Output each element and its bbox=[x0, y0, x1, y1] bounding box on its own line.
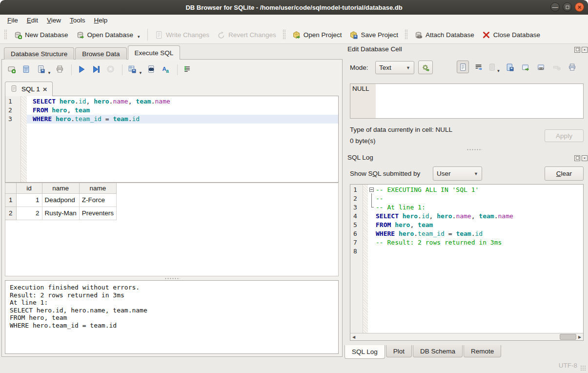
format-sql-button[interactable]: Aa bbox=[160, 64, 173, 76]
dock-tab-remote[interactable]: Remote bbox=[464, 345, 501, 357]
tab-database-structure[interactable]: Database Structure bbox=[4, 47, 74, 60]
sql-editor[interactable]: 123SELECT hero.id, hero.name, team.nameF… bbox=[5, 96, 339, 183]
corner-header[interactable] bbox=[5, 183, 16, 193]
execute-all-button[interactable] bbox=[76, 64, 89, 76]
close-button[interactable]: × bbox=[575, 2, 584, 12]
fold-margin bbox=[369, 212, 376, 221]
print-sql-button[interactable] bbox=[54, 64, 67, 76]
apply-button[interactable]: Apply bbox=[545, 129, 584, 142]
mode-select[interactable]: Text ▼ bbox=[375, 61, 414, 74]
dock-splitter-handle[interactable] bbox=[466, 148, 482, 151]
clear-log-button[interactable]: Clear bbox=[545, 166, 584, 181]
menu-edit[interactable]: Edit bbox=[22, 16, 42, 25]
dock-tab-plot[interactable]: Plot bbox=[386, 345, 412, 357]
close-dock-icon[interactable]: × bbox=[582, 47, 588, 53]
dock-tab-db-schema[interactable]: DB Schema bbox=[413, 345, 463, 357]
log-filter-select[interactable]: User ▼ bbox=[433, 166, 482, 181]
menu-view[interactable]: View bbox=[42, 16, 65, 25]
close-tab-icon[interactable]: × bbox=[43, 85, 47, 93]
column-header[interactable]: name bbox=[79, 183, 116, 193]
code-line: -- EXECUTING ALL IN 'SQL 1' bbox=[368, 186, 583, 194]
results-grid: idnamename11DeadpondZ-Force22Rusty-ManPr… bbox=[5, 183, 339, 276]
open-project-button[interactable]: Open Project bbox=[288, 29, 346, 41]
toolbar-drag-handle[interactable] bbox=[283, 29, 286, 40]
open-database-button[interactable]: Open Database▼ bbox=[72, 29, 145, 41]
row-header[interactable]: 2 bbox=[5, 207, 16, 220]
line-number: 2 bbox=[350, 194, 363, 203]
float-dock-icon[interactable] bbox=[574, 47, 580, 53]
column-header[interactable]: id bbox=[16, 183, 42, 193]
toolbar-drag-handle[interactable] bbox=[405, 29, 408, 40]
scrollbar-thumb[interactable] bbox=[560, 334, 576, 340]
gear-import-icon bbox=[422, 63, 430, 72]
sql-document-icon bbox=[10, 85, 19, 93]
scroll-right-icon[interactable]: ▶ bbox=[576, 333, 583, 340]
auto-apply-button[interactable] bbox=[418, 61, 433, 74]
attach-database-button[interactable]: Attach Database bbox=[410, 29, 478, 41]
cell-value-editor[interactable]: NULL bbox=[350, 83, 584, 119]
table-cell[interactable]: Rusty-Man bbox=[42, 207, 79, 220]
horizontal-scrollbar[interactable]: ◀ ▶ bbox=[350, 333, 583, 340]
open-sql-file-button[interactable] bbox=[20, 64, 34, 76]
dropdown-arrow-icon[interactable]: ▼ bbox=[497, 69, 501, 73]
export-results-button[interactable]: ▼ bbox=[126, 64, 144, 76]
word-wrap-toggle-button[interactable] bbox=[182, 64, 195, 76]
column-header[interactable]: name bbox=[42, 183, 79, 193]
float-dock-icon[interactable] bbox=[574, 155, 580, 161]
menu-file[interactable]: File bbox=[3, 16, 22, 25]
fold-margin[interactable] bbox=[369, 203, 376, 212]
write-changes-button[interactable]: Write Changes bbox=[151, 29, 213, 41]
cell-value: NULL bbox=[350, 84, 376, 118]
menu-tools[interactable]: Tools bbox=[65, 16, 90, 25]
scroll-left-icon[interactable]: ◀ bbox=[350, 333, 357, 340]
table-cell[interactable]: 1 bbox=[16, 193, 42, 207]
dropdown-arrow-icon[interactable]: ▼ bbox=[47, 71, 51, 75]
export-data-button[interactable] bbox=[504, 61, 516, 73]
resize-grip-icon[interactable] bbox=[580, 365, 587, 372]
sql-log-view[interactable]: 12345678-- EXECUTING ALL IN 'SQL 1'---- … bbox=[350, 184, 584, 341]
menu-help[interactable]: Help bbox=[90, 16, 112, 25]
maximize-button[interactable] bbox=[563, 2, 572, 12]
dropdown-arrow-icon[interactable]: ▼ bbox=[139, 71, 142, 75]
table-cell[interactable]: Preventers bbox=[79, 207, 116, 220]
text-mode-button[interactable] bbox=[457, 61, 469, 73]
find-icon bbox=[147, 65, 157, 75]
table-cell[interactable]: 2 bbox=[16, 207, 42, 220]
new-sql-tab-button[interactable] bbox=[6, 64, 19, 76]
wrap-lines-icon bbox=[183, 65, 193, 75]
revert-changes-button[interactable]: Revert Changes bbox=[213, 29, 280, 41]
execute-line-button[interactable] bbox=[90, 64, 103, 76]
toolbar-separator bbox=[147, 29, 148, 41]
close-dock-icon[interactable]: × bbox=[582, 155, 588, 161]
db-new-icon bbox=[14, 31, 22, 39]
toolbar-drag-handle[interactable] bbox=[4, 29, 7, 40]
save-project-button[interactable]: Save Project bbox=[345, 29, 402, 41]
row-header[interactable]: 1 bbox=[5, 193, 16, 207]
minimize-button[interactable]: — bbox=[550, 2, 560, 12]
table-cell[interactable]: Deadpond bbox=[42, 193, 79, 207]
splitter-handle[interactable] bbox=[164, 277, 180, 280]
import-data-button[interactable]: ▼ bbox=[488, 61, 500, 73]
set-null-button[interactable] bbox=[550, 61, 563, 73]
copy-link-button[interactable] bbox=[535, 61, 547, 73]
save-sql-file-button[interactable]: ▼ bbox=[35, 64, 53, 76]
close-database-button[interactable]: Close Database bbox=[478, 29, 544, 41]
tab-execute-sql[interactable]: Execute SQL bbox=[128, 45, 181, 60]
results-table: idnamename11DeadpondZ-Force22Rusty-ManPr… bbox=[5, 183, 117, 220]
print-cell-button[interactable] bbox=[566, 61, 578, 73]
dropdown-arrow-icon[interactable]: ▼ bbox=[137, 35, 141, 39]
fold-margin[interactable] bbox=[369, 186, 376, 194]
code-line: FROM hero, team bbox=[368, 221, 583, 229]
tab-browse-data[interactable]: Browse Data bbox=[75, 47, 126, 60]
stop-execution-button[interactable] bbox=[105, 64, 118, 76]
execution-status-output[interactable]: Execution finished without errors. Resul… bbox=[5, 280, 339, 354]
dock-tab-sql-log[interactable]: SQL Log bbox=[345, 345, 385, 359]
table-cell[interactable]: Z-Force bbox=[79, 193, 116, 207]
find-replace-button[interactable] bbox=[145, 64, 159, 76]
sql-doc-tab-bar: SQL 1 × bbox=[5, 82, 53, 96]
fold-margin bbox=[369, 221, 376, 229]
word-wrap-cell-button[interactable] bbox=[472, 61, 485, 73]
new-database-button[interactable]: New Database bbox=[10, 29, 72, 41]
sql-doc-tab[interactable]: SQL 1 × bbox=[5, 82, 53, 96]
open-external-button[interactable] bbox=[519, 61, 531, 73]
